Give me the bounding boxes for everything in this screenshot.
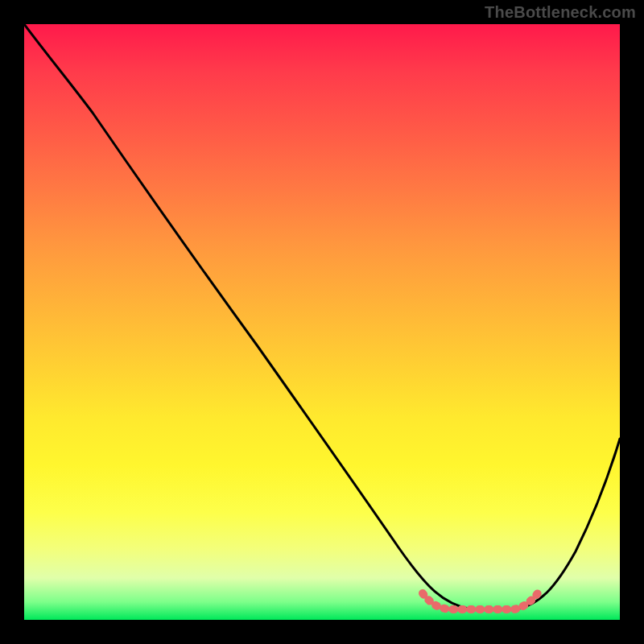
chart-frame: TheBottleneck.com xyxy=(0,0,644,644)
curve-layer xyxy=(24,24,620,620)
bottleneck-curve xyxy=(24,24,620,609)
plot-area xyxy=(24,24,620,620)
watermark-label: TheBottleneck.com xyxy=(485,3,636,22)
